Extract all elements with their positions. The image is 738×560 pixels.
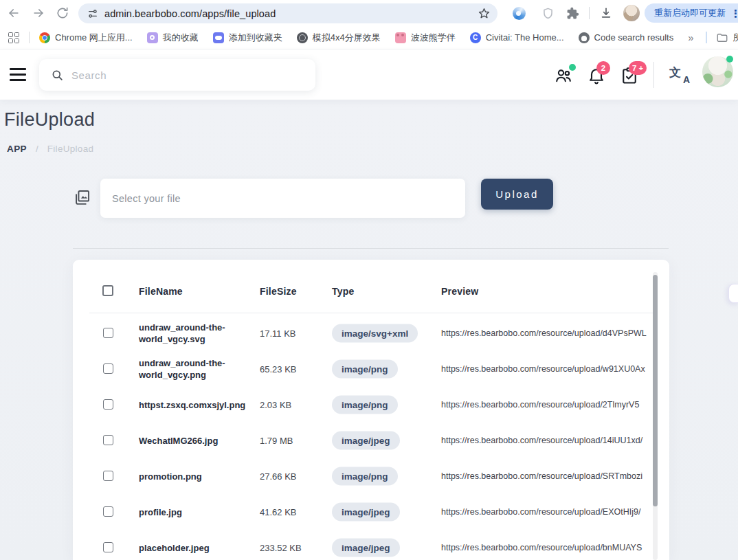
- bookmark-item[interactable]: 模拟4x4分屏效果: [297, 32, 381, 44]
- file-name: profile.jpg: [139, 506, 257, 518]
- bookmark-item[interactable]: 波波熊学伴: [395, 32, 456, 44]
- type-badge: image/jpeg: [332, 539, 400, 557]
- bookmark-label: Civitai: The Home...: [486, 32, 564, 43]
- toolbar-divider: [589, 7, 590, 19]
- type-badge: image/png: [332, 467, 398, 486]
- all-bookmarks-label[interactable]: 所有书签: [733, 32, 738, 44]
- row-checkbox[interactable]: [103, 435, 113, 445]
- table-row: WechatIMG266.jpg 1.79 MB image/jpeg http…: [73, 423, 669, 458]
- bookmark-label: 我的收藏: [163, 32, 199, 44]
- row-checkbox[interactable]: [103, 471, 113, 481]
- preview-url: https://res.bearbobo.com/resource/upload…: [441, 364, 652, 374]
- bookmark-item[interactable]: 我的收藏: [147, 32, 199, 44]
- type-badge: image/jpeg: [332, 432, 400, 450]
- select-all-checkbox[interactable]: [102, 285, 113, 296]
- bookmark-favicon: [213, 32, 224, 43]
- column-header-filesize[interactable]: FileSize: [260, 286, 297, 297]
- tasks-clipboard-icon[interactable]: 7 +: [620, 66, 640, 87]
- bookmark-label: Code search results: [594, 32, 674, 43]
- reload-icon[interactable]: [54, 5, 71, 21]
- type-badge: image/png: [332, 360, 398, 379]
- file-size: 1.79 MB: [260, 436, 293, 446]
- row-checkbox[interactable]: [103, 506, 113, 517]
- file-name: undraw_around-the-world_vgcy.svg: [139, 322, 257, 345]
- notifications-badge: 2: [596, 61, 610, 75]
- bookmark-item[interactable]: Chrome 网上应用...: [39, 32, 133, 44]
- table-row: profile.jpg 41.62 KB image/jpeg https://…: [73, 494, 669, 530]
- type-badge: image/png: [332, 396, 398, 414]
- breadcrumb-current: FileUpload: [47, 144, 94, 154]
- contacts-status-dot: [569, 64, 576, 71]
- site-settings-icon[interactable]: [87, 8, 98, 19]
- row-checkbox[interactable]: [103, 542, 113, 552]
- search-placeholder: Search: [71, 69, 107, 81]
- file-type-cell: image/jpeg: [332, 432, 400, 450]
- app-header: Search 2 7 + 文 A: [0, 49, 738, 100]
- downloads-icon[interactable]: [599, 5, 614, 21]
- extension-swirl-icon[interactable]: [511, 5, 526, 21]
- bookmark-favicon: [470, 32, 481, 43]
- bookmarks-divider: [29, 32, 30, 43]
- file-type-cell: image/png: [332, 396, 398, 414]
- upload-button[interactable]: Upload: [481, 179, 553, 210]
- file-select-input[interactable]: Select your file: [100, 179, 465, 218]
- url-text[interactable]: admin.bearbobo.com/apps/file_upload: [104, 8, 276, 19]
- bookmark-favicon: [579, 32, 590, 43]
- user-status-dot: [726, 56, 733, 63]
- bookmark-star-icon[interactable]: [478, 7, 491, 20]
- file-name: httpst.zsxq.comxsjyl.png: [139, 399, 257, 411]
- contacts-icon[interactable]: [554, 66, 574, 87]
- file-size: 233.52 KB: [260, 543, 302, 553]
- back-icon[interactable]: [5, 5, 22, 21]
- bookmark-favicon: [395, 32, 406, 43]
- bookmarks-right-group: » 所有书签: [688, 32, 738, 44]
- table-row: promotion.png 27.66 KB image/png https:/…: [73, 458, 669, 494]
- type-badge: image/svg+xml: [332, 324, 418, 343]
- folder-icon: [716, 32, 728, 44]
- forward-icon[interactable]: [30, 5, 47, 21]
- column-header-filename[interactable]: FileName: [139, 286, 183, 297]
- bookmark-item[interactable]: 添加到收藏夹: [213, 32, 282, 44]
- bookmark-item[interactable]: Civitai: The Home...: [470, 32, 564, 43]
- extension-shield-icon[interactable]: [540, 5, 555, 21]
- extensions-puzzle-icon[interactable]: [565, 5, 580, 21]
- file-input-placeholder: Select your file: [112, 193, 181, 204]
- address-bar[interactable]: admin.bearbobo.com/apps/file_upload: [78, 3, 497, 23]
- page-content: FileUpload APP / FileUpload Select your …: [0, 100, 738, 560]
- row-checkbox[interactable]: [103, 363, 113, 374]
- file-name: placeholder.jpeg: [139, 542, 257, 554]
- bookmarks-list: Chrome 网上应用... 我的收藏 添加到收藏夹 模拟4x4分屏效果 波波熊…: [39, 32, 688, 44]
- bookmarks-bar: Chrome 网上应用... 我的收藏 添加到收藏夹 模拟4x4分屏效果 波波熊…: [0, 26, 738, 49]
- file-name: undraw_around-the-world_vgcy.png: [139, 357, 257, 381]
- column-header-preview[interactable]: Preview: [441, 286, 478, 297]
- table-scrollbar-thumb[interactable]: [653, 275, 658, 506]
- browser-profile-avatar[interactable]: [623, 5, 640, 21]
- table-row: httpst.zsxq.comxsjyl.png 2.03 KB image/p…: [73, 387, 669, 423]
- user-avatar[interactable]: [702, 56, 733, 87]
- update-button[interactable]: 重新启动即可更新 ⋮: [645, 3, 738, 23]
- translate-icon[interactable]: 文 A: [669, 65, 691, 85]
- bookmark-label: Chrome 网上应用...: [55, 32, 133, 44]
- page-title: FileUpload: [4, 109, 95, 131]
- file-type-cell: image/svg+xml: [332, 324, 418, 343]
- column-header-type[interactable]: Type: [332, 286, 354, 297]
- apps-grid-icon[interactable]: [8, 32, 19, 43]
- table-row: undraw_around-the-world_vgcy.png 65.23 K…: [73, 351, 669, 387]
- bookmarks-overflow-icon[interactable]: »: [688, 32, 693, 43]
- table-row: undraw_around-the-world_vgcy.svg 17.11 K…: [73, 315, 669, 351]
- bookmark-favicon: [147, 32, 158, 43]
- bookmark-label: 模拟4x4分屏效果: [313, 32, 381, 44]
- bookmark-item[interactable]: Code search results: [579, 32, 674, 43]
- breadcrumb-root[interactable]: APP: [7, 144, 27, 154]
- image-upload-icon: [73, 188, 91, 207]
- row-checkbox[interactable]: [103, 328, 113, 338]
- browser-menu-icon[interactable]: ⋮: [730, 8, 738, 19]
- preview-url: https://res.bearbobo.com/resource/upload…: [441, 328, 652, 338]
- menu-hamburger-icon[interactable]: [10, 68, 26, 81]
- notifications-bell-icon[interactable]: 2: [587, 66, 607, 87]
- file-name: promotion.png: [139, 471, 257, 482]
- edge-floating-tab[interactable]: [728, 284, 738, 303]
- search-input[interactable]: Search: [39, 59, 315, 91]
- row-checkbox[interactable]: [103, 399, 113, 410]
- search-icon: [51, 69, 64, 82]
